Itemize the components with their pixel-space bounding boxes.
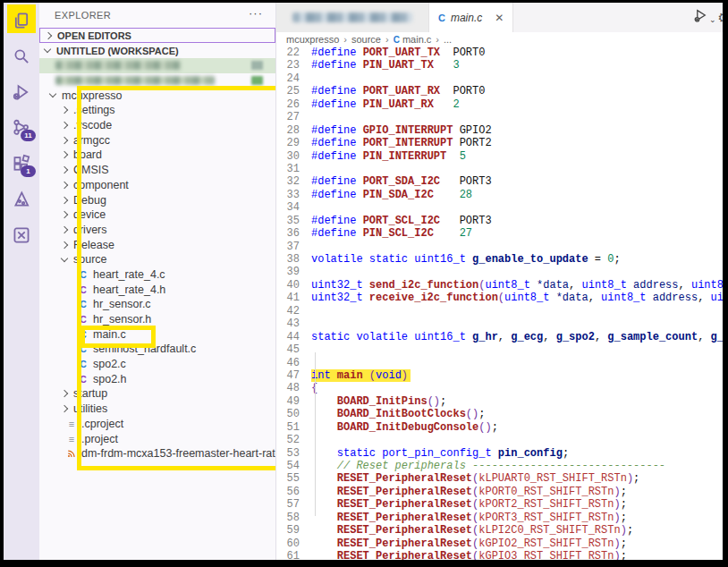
code-line-58[interactable]: 58 RESET_PeripheralReset(kPORT3_RST_SHIF… bbox=[276, 512, 723, 524]
c-source-icon: C bbox=[77, 329, 89, 340]
tree-item-label: spo2.h bbox=[93, 373, 127, 385]
code-line-44[interactable]: 44static volatile uint16_t g_hr, g_ecg, … bbox=[276, 331, 723, 343]
tree-item-mcuxpresso[interactable]: mcuxpresso bbox=[39, 88, 275, 103]
tree-item-spo2-h[interactable]: Cspo2.h bbox=[39, 371, 275, 386]
tree-item-armgcc[interactable]: armgcc bbox=[39, 132, 275, 148]
tree-item-heart-rate-4-c[interactable]: Cheart_rate_4.c bbox=[39, 267, 275, 283]
tree-item--settings[interactable]: .settings bbox=[39, 103, 275, 118]
code-line-46[interactable]: 46 bbox=[276, 357, 723, 369]
code-line-22[interactable]: 22#define PORT_UART_TX PORT0 bbox=[276, 47, 723, 59]
code-line-26[interactable]: 26#define PIN_UART_RX 2 bbox=[276, 98, 723, 111]
tree-item-startup[interactable]: startup bbox=[39, 386, 275, 402]
tree-item-cmsis[interactable]: CMSIS bbox=[39, 163, 275, 178]
code-line-48[interactable]: 48{ bbox=[276, 382, 723, 394]
code-line-43[interactable]: 43 bbox=[276, 317, 723, 330]
tree-item-utilities[interactable]: utilities bbox=[39, 402, 275, 417]
code-line-50[interactable]: 50 BOARD_InitBootClocks(); bbox=[276, 408, 723, 420]
code-line-60[interactable]: 60 RESET_PeripheralReset(kGPIO2_RST_SHIF… bbox=[276, 537, 723, 550]
redacted-tab-title bbox=[292, 13, 412, 22]
code-line-27[interactable]: 27 bbox=[276, 111, 723, 123]
code-line-29[interactable]: 29#define PORT_INTERRUPT PORT2 bbox=[276, 137, 723, 149]
breadcrumb-item[interactable]: ... bbox=[444, 34, 452, 45]
code-line-51[interactable]: 51 BOARD_InitDebugConsole(); bbox=[276, 421, 723, 434]
tree-item-release[interactable]: Release bbox=[39, 237, 275, 252]
code-line-28[interactable]: 28#define GPIO_INTERRUPT GPIO2 bbox=[276, 124, 723, 137]
tab-redacted[interactable] bbox=[276, 3, 429, 32]
search-icon[interactable] bbox=[4, 38, 39, 74]
remote-graph-icon[interactable]: 11 bbox=[4, 110, 39, 146]
code-line-24[interactable]: 24 bbox=[276, 72, 723, 85]
code-line-45[interactable]: 45 bbox=[276, 343, 723, 356]
tree-item--cproject[interactable]: ≡.cproject bbox=[39, 417, 275, 432]
breadcrumb[interactable]: mcuxpresso › source › C main.c › ... bbox=[276, 32, 723, 47]
code-line-30[interactable]: 30#define PIN_INTERRUPT 5 bbox=[276, 150, 723, 163]
test-beaker-icon[interactable] bbox=[4, 182, 39, 217]
code-line-53[interactable]: 53 static port_pin_config_t pin_config; bbox=[276, 447, 723, 460]
code-line-42[interactable]: 42 bbox=[276, 305, 723, 317]
code-line-54[interactable]: 54 // Reset peripherals ----------------… bbox=[276, 460, 723, 472]
run-and-debug-icon[interactable] bbox=[4, 74, 39, 110]
breadcrumb-item[interactable]: main.c bbox=[402, 34, 431, 45]
line-number: 46 bbox=[276, 357, 300, 369]
tree-item--vscode[interactable]: .vscode bbox=[39, 118, 275, 133]
code-line-49[interactable]: 49 BOARD_InitPins(); bbox=[276, 395, 723, 408]
line-number: 58 bbox=[276, 512, 300, 524]
tree-item-debug[interactable]: Debug bbox=[39, 192, 275, 207]
tree-item-label: armgcc bbox=[73, 134, 110, 147]
chevron-right-icon bbox=[61, 405, 68, 412]
tree-item-device[interactable]: device bbox=[39, 207, 275, 223]
dropdown-chevron-icon[interactable]: ⌄ bbox=[709, 15, 716, 24]
settings-gear-icon[interactable]: ⚙ bbox=[718, 10, 723, 26]
code-line-35[interactable]: 35#define PORT_SCL_I2C PORT3 bbox=[276, 215, 723, 227]
tree-item-component[interactable]: component bbox=[39, 178, 275, 193]
tree-item-source[interactable]: source bbox=[39, 252, 275, 267]
mcuxpresso-x-icon[interactable] bbox=[4, 217, 39, 253]
explorer-icon[interactable] bbox=[4, 3, 39, 38]
redacted-tree-item[interactable] bbox=[39, 73, 275, 89]
run-or-debug-icon[interactable] bbox=[693, 8, 708, 27]
code-line-41[interactable]: 41uint32_t receive_i2c_function(uint8_t … bbox=[276, 292, 723, 304]
redacted-tree-item[interactable] bbox=[39, 58, 275, 73]
code-line-33[interactable]: 33#define PIN_SDA_I2C 28 bbox=[276, 189, 723, 201]
code-line-25[interactable]: 25#define PORT_UART_RX PORT0 bbox=[276, 85, 723, 97]
more-actions-icon[interactable]: ··· bbox=[249, 6, 263, 20]
code-line-38[interactable]: 38volatile static uint16_t g_enable_to_u… bbox=[276, 253, 723, 266]
line-number: 54 bbox=[276, 460, 300, 472]
code-line-55[interactable]: 55 RESET_PeripheralReset(kLPUART0_RST_SH… bbox=[276, 472, 723, 485]
code-line-56[interactable]: 56 RESET_PeripheralReset(kPORT0_RST_SHIF… bbox=[276, 486, 723, 498]
chevron-down-icon bbox=[44, 46, 51, 53]
tab-main-c[interactable]: C main.c ✕ bbox=[429, 3, 513, 32]
tree-item-dm-frdm-mcxa153-freemaster-heart-rate-linkser-[interactable]: dm-frdm-mcxa153-freemaster-heart-rate Li… bbox=[39, 446, 275, 461]
chevron-right-icon bbox=[61, 122, 68, 129]
code-line-61[interactable]: 61 RESET_PeripheralReset(kGPIO3_RST_SHIF… bbox=[276, 550, 723, 560]
tree-item-semihost-hardfault-c[interactable]: Csemihost_hardfault.c bbox=[39, 342, 275, 357]
code-line-52[interactable]: 52 bbox=[276, 434, 723, 446]
code-line-47[interactable]: 47int main (void) bbox=[276, 369, 723, 382]
code-line-36[interactable]: 36#define PIN_SCL_I2C 27 bbox=[276, 227, 723, 240]
breadcrumb-item[interactable]: mcuxpresso bbox=[286, 34, 339, 45]
code-line-59[interactable]: 59 RESET_PeripheralReset(kLPI2C0_RST_SHI… bbox=[276, 524, 723, 537]
close-tab-icon[interactable]: ✕ bbox=[495, 12, 504, 24]
tree-item-main-c[interactable]: Cmain.c bbox=[39, 326, 275, 342]
tree-item-hr-sensor-h[interactable]: Chr_sensor.h bbox=[39, 312, 275, 327]
tree-item-spo2-c[interactable]: Cspo2.c bbox=[39, 357, 275, 372]
code-line-39[interactable]: 39 bbox=[276, 266, 723, 278]
extensions-icon[interactable]: 1 bbox=[4, 146, 39, 182]
code-line-31[interactable]: 31 bbox=[276, 163, 723, 175]
code-line-34[interactable]: 34 bbox=[276, 201, 723, 214]
code-line-23[interactable]: 23#define PIN_UART_TX 3 bbox=[276, 59, 723, 72]
tree-item--project[interactable]: ≡.project bbox=[39, 431, 275, 446]
file-tree: mcuxpresso.settings.vscodearmgccboardCMS… bbox=[39, 88, 275, 461]
open-editors-row[interactable]: OPEN EDITORS bbox=[39, 28, 275, 43]
tree-item-heart-rate-4-h[interactable]: Cheart_rate_4.h bbox=[39, 282, 275, 297]
tree-item-board[interactable]: board bbox=[39, 148, 275, 163]
code-line-40[interactable]: 40uint32_t send_i2c_function(uint8_t *da… bbox=[276, 279, 723, 292]
code-line-37[interactable]: 37 bbox=[276, 241, 723, 253]
tree-item-hr-sensor-c[interactable]: Chr_sensor.c bbox=[39, 297, 275, 312]
code-line-32[interactable]: 32#define PORT_SDA_I2C PORT3 bbox=[276, 175, 723, 188]
code-line-57[interactable]: 57 RESET_PeripheralReset(kPORT2_RST_SHIF… bbox=[276, 498, 723, 511]
tree-item-drivers[interactable]: drivers bbox=[39, 223, 275, 238]
code-area[interactable]: 22#define PORT_UART_TX PORT023#define PI… bbox=[276, 47, 723, 560]
breadcrumb-item[interactable]: source bbox=[351, 34, 381, 45]
workspace-row[interactable]: UNTITLED (WORKSPACE) bbox=[39, 43, 275, 58]
